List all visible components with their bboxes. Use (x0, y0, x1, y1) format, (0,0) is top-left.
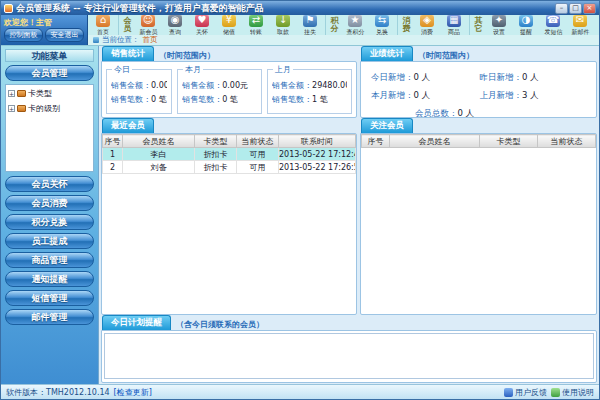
tree-item-card-level[interactable]: + 卡的级别 (8, 103, 91, 114)
toolbar-item-loss-report[interactable]: ⚑ 挂失 (297, 15, 323, 35)
toolbar-item-goods[interactable]: ▦ 商品 (441, 15, 467, 35)
tree-item-card-type[interactable]: + 卡类型 (8, 88, 91, 99)
toolbar-group-points-label: 积分 (329, 17, 340, 33)
toolbar: ⌂ 首页 会员 ☺ 新会员 ◉ 查询 ♥ 关怀 ¥ (88, 15, 599, 35)
recent-members-table: 序号 会员姓名 卡类型 当前状态 联系时间 1 李白 折扣卡 可用 (102, 134, 356, 174)
breadcrumb-label: 当前位置： (102, 35, 140, 45)
expand-icon[interactable]: + (8, 90, 15, 97)
tree-item-label: 卡类型 (28, 88, 52, 99)
toolbar-item-care[interactable]: ♥ 关怀 (189, 15, 215, 35)
tab-sales-stats[interactable]: 销售统计 (102, 46, 154, 61)
toolbar-group-member-label: 会员 (122, 17, 133, 33)
toolbar-item-points-query[interactable]: ★ 查积分 (342, 15, 368, 35)
manual-icon (551, 388, 560, 397)
toolbar-item-consume[interactable]: ◈ 消费 (414, 15, 440, 35)
care-icon: ♥ (195, 15, 209, 27)
col-card-type[interactable]: 卡类型 (480, 135, 538, 148)
col-status[interactable]: 当前状态 (538, 135, 596, 148)
toolbar-item-home[interactable]: ⌂ 首页 (90, 15, 116, 35)
expand-icon[interactable]: + (8, 105, 15, 112)
toolbar-item-new-member[interactable]: ☺ 新会员 (135, 15, 161, 35)
col-member-name[interactable]: 会员姓名 (390, 135, 480, 148)
stat-new-yesterday: 昨日新增：0 人 (480, 72, 587, 84)
toolbar-separator (325, 15, 326, 35)
table-row[interactable]: 2 刘备 折扣卡 可用 2013-05-22 17:26:56 (103, 161, 356, 174)
location-icon (93, 37, 99, 43)
performance-stats-panel: 业绩统计 （时间范围内） 今日新增：0 人 昨日新增：0 人 本月新增：0 人 … (360, 48, 597, 118)
col-contact-time[interactable]: 联系时间 (279, 135, 356, 148)
toolbar-item-reminder[interactable]: ◑ 提醒 (513, 15, 539, 35)
sidebar-button-mail-management[interactable]: 邮件管理 (5, 309, 94, 325)
logout-button[interactable]: 安全退出 (45, 28, 84, 42)
sidebar-button-notice-reminder[interactable]: 通知提醒 (5, 271, 94, 287)
followed-members-table: 序号 会员姓名 卡类型 当前状态 (361, 134, 596, 148)
control-panel-button[interactable]: 控制面板 (4, 28, 43, 42)
toolbar-separator (118, 15, 119, 35)
toolbar-column: ⌂ 首页 会员 ☺ 新会员 ◉ 查询 ♥ 关怀 ¥ (88, 15, 599, 45)
sidebar-button-goods-management[interactable]: 商品管理 (5, 252, 94, 268)
last-month-sales-amount: 29480.00元 (312, 81, 347, 90)
tab-recent-members[interactable]: 最近会员 (102, 118, 154, 133)
new-member-icon: ☺ (141, 15, 155, 27)
toolbar-item-search[interactable]: ◉ 查询 (162, 15, 188, 35)
check-update-link[interactable]: [检查更新] (114, 387, 152, 398)
toolbar-item-send-sms[interactable]: ☎ 发短信 (540, 15, 566, 35)
breadcrumb-value[interactable]: 首页 (143, 35, 158, 45)
followed-members-panel: 关注会员 序号 会员姓名 卡类型 当前状态 (360, 120, 597, 315)
stat-new-today: 今日新增：0 人 (371, 72, 478, 84)
tab-followed-members[interactable]: 关注会员 (361, 118, 413, 133)
titlebar: 会员管理系统 -- 专注行业管理软件，打造用户喜爱的智能产品 – □ × (1, 1, 599, 15)
col-index[interactable]: 序号 (103, 135, 123, 148)
toolbar-separator (469, 15, 470, 35)
status-bar: 软件版本：TMH2012.10.14 [检查更新] 用户反馈 使用说明 (1, 384, 599, 399)
col-index[interactable]: 序号 (362, 135, 390, 148)
home-icon: ⌂ (96, 15, 110, 27)
sales-box-last-month: 上月 销售金额：29480.00元 销售笔数：1 笔 (267, 69, 352, 114)
app-icon (4, 4, 13, 13)
toolbar-item-deposit[interactable]: ¥ 储值 (216, 15, 242, 35)
sidebar-tree: + 卡类型 + 卡的级别 (5, 84, 94, 172)
manual-link[interactable]: 使用说明 (551, 387, 594, 398)
welcome-panel: 欢迎您！主管 控制面板 安全退出 (1, 15, 88, 45)
minimize-button[interactable]: – (555, 3, 568, 14)
maximize-button[interactable]: □ (569, 3, 582, 14)
col-card-type[interactable]: 卡类型 (195, 135, 237, 148)
table-header-row: 序号 会员姓名 卡类型 当前状态 联系时间 (103, 135, 356, 148)
table-header-row: 序号 会员姓名 卡类型 当前状态 (362, 135, 596, 148)
search-icon: ◉ (168, 15, 182, 27)
loss-report-icon: ⚑ (303, 15, 317, 27)
table-row[interactable]: 1 李白 折扣卡 可用 2013-05-22 17:12:41 (103, 148, 356, 161)
sidebar-button-member-management[interactable]: 会员管理 (5, 65, 94, 81)
toolbar-item-report[interactable]: ▤ 报表 (594, 15, 599, 35)
toolbar-item-label: 首页 (97, 27, 109, 35)
today-sales-count: 0 笔 (151, 95, 167, 104)
window-controls: – □ × (555, 3, 596, 14)
points-exchange-icon: ⇆ (375, 15, 389, 27)
stat-new-last-month: 上月新增：3 人 (480, 90, 587, 102)
toolbar-group-other-label: 其它 (473, 17, 484, 33)
sidebar-button-staff-commission[interactable]: 员工提成 (5, 233, 94, 249)
sidebar-button-sms-management[interactable]: 短信管理 (5, 290, 94, 306)
sidebar-button-member-care[interactable]: 会员关怀 (5, 176, 94, 192)
col-status[interactable]: 当前状态 (237, 135, 279, 148)
reminder-icon: ◑ (519, 15, 533, 27)
toolbar-item-points-exchange[interactable]: ⇆ 兑换 (369, 15, 395, 35)
greeting-text: 欢迎您！主管 (4, 17, 84, 28)
col-member-name[interactable]: 会员姓名 (123, 135, 195, 148)
tab-today-plan-reminder[interactable]: 今日计划提醒 (102, 315, 171, 330)
feedback-link[interactable]: 用户反馈 (504, 387, 547, 398)
new-mail-icon: ✉ (573, 15, 587, 27)
sidebar-button-points-exchange[interactable]: 积分兑换 (5, 214, 94, 230)
toolbar-group-consume-label: 消费 (401, 17, 412, 33)
toolbar-item-new-mail[interactable]: ✉ 新邮件 (567, 15, 593, 35)
toolbar-separator (397, 15, 398, 35)
tab-performance-stats[interactable]: 业绩统计 (361, 46, 413, 61)
toolbar-item-withdraw[interactable]: ↓ 取款 (270, 15, 296, 35)
sidebar-button-member-consume[interactable]: 会员消费 (5, 195, 94, 211)
toolbar-item-transfer[interactable]: ⇄ 转账 (243, 15, 269, 35)
toolbar-item-settings[interactable]: ✦ 设置 (486, 15, 512, 35)
deposit-icon: ¥ (222, 15, 236, 27)
close-button[interactable]: × (583, 3, 596, 14)
transfer-icon: ⇄ (249, 15, 263, 27)
sidebar: 功能菜单 会员管理 + 卡类型 + 卡的级别 会员关怀 会员消费 积分兑换 员工… (1, 46, 99, 384)
